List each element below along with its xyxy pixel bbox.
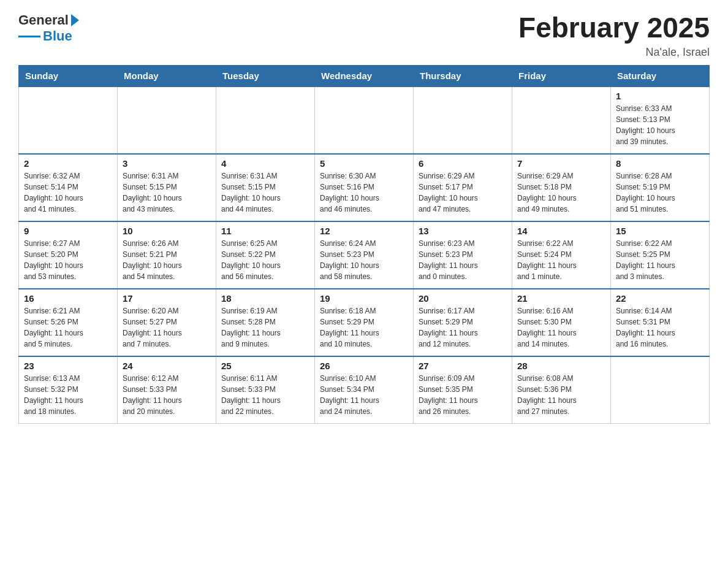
calendar-cell: 4Sunrise: 6:31 AMSunset: 5:15 PMDaylight… <box>216 154 315 221</box>
day-info: Sunrise: 6:16 AMSunset: 5:30 PMDaylight:… <box>517 305 605 350</box>
day-info: Sunrise: 6:25 AMSunset: 5:22 PMDaylight:… <box>221 238 309 282</box>
col-friday: Friday <box>512 65 611 86</box>
logo-underline <box>18 36 40 37</box>
day-number: 3 <box>123 158 211 169</box>
calendar-cell: 23Sunrise: 6:13 AMSunset: 5:32 PMDayligh… <box>19 356 118 424</box>
col-saturday: Saturday <box>611 65 710 86</box>
day-info: Sunrise: 6:19 AMSunset: 5:28 PMDaylight:… <box>221 305 309 350</box>
day-number: 7 <box>517 158 605 169</box>
calendar-cell: 24Sunrise: 6:12 AMSunset: 5:33 PMDayligh… <box>118 356 216 424</box>
day-info: Sunrise: 6:20 AMSunset: 5:27 PMDaylight:… <box>123 305 211 350</box>
calendar-cell: 17Sunrise: 6:20 AMSunset: 5:27 PMDayligh… <box>118 289 216 356</box>
calendar-title: February 2025 <box>518 12 710 44</box>
day-info: Sunrise: 6:30 AMSunset: 5:16 PMDaylight:… <box>320 170 408 215</box>
calendar-cell: 3Sunrise: 6:31 AMSunset: 5:15 PMDaylight… <box>118 154 216 221</box>
day-number: 12 <box>320 226 408 236</box>
title-area: February 2025 Na'ale, Israel <box>518 12 710 59</box>
day-info: Sunrise: 6:28 AMSunset: 5:19 PMDaylight:… <box>616 170 704 215</box>
day-info: Sunrise: 6:26 AMSunset: 5:21 PMDaylight:… <box>123 238 211 282</box>
logo-icon <box>70 14 79 26</box>
calendar-cell: 21Sunrise: 6:16 AMSunset: 5:30 PMDayligh… <box>512 289 611 356</box>
day-number: 19 <box>320 293 408 304</box>
calendar-cell <box>512 86 611 154</box>
logo-bottom-row: Blue <box>18 28 79 44</box>
day-info: Sunrise: 6:17 AMSunset: 5:29 PMDaylight:… <box>419 305 507 350</box>
day-number: 5 <box>320 158 408 169</box>
day-info: Sunrise: 6:23 AMSunset: 5:23 PMDaylight:… <box>419 238 507 282</box>
day-info: Sunrise: 6:09 AMSunset: 5:35 PMDaylight:… <box>419 373 507 417</box>
logo-triangle-icon <box>71 14 79 26</box>
calendar-cell: 20Sunrise: 6:17 AMSunset: 5:29 PMDayligh… <box>414 289 512 356</box>
calendar-cell <box>414 86 512 154</box>
calendar-cell: 10Sunrise: 6:26 AMSunset: 5:21 PMDayligh… <box>118 221 216 289</box>
day-number: 18 <box>221 293 309 304</box>
calendar-cell <box>19 86 118 154</box>
day-info: Sunrise: 6:33 AMSunset: 5:13 PMDaylight:… <box>616 103 704 147</box>
col-wednesday: Wednesday <box>315 65 414 86</box>
day-number: 11 <box>221 226 309 236</box>
calendar-cell <box>216 86 315 154</box>
day-number: 2 <box>24 158 112 169</box>
calendar-cell: 8Sunrise: 6:28 AMSunset: 5:19 PMDaylight… <box>611 154 710 221</box>
day-number: 23 <box>24 361 112 371</box>
day-number: 17 <box>123 293 211 304</box>
calendar-subtitle: Na'ale, Israel <box>518 46 710 59</box>
calendar-cell: 12Sunrise: 6:24 AMSunset: 5:23 PMDayligh… <box>315 221 414 289</box>
calendar-cell: 1Sunrise: 6:33 AMSunset: 5:13 PMDaylight… <box>611 86 710 154</box>
calendar-cell: 19Sunrise: 6:18 AMSunset: 5:29 PMDayligh… <box>315 289 414 356</box>
day-number: 4 <box>221 158 309 169</box>
day-number: 14 <box>517 226 605 236</box>
day-info: Sunrise: 6:22 AMSunset: 5:24 PMDaylight:… <box>517 238 605 282</box>
calendar-cell <box>118 86 216 154</box>
day-info: Sunrise: 6:08 AMSunset: 5:36 PMDaylight:… <box>517 373 605 417</box>
col-monday: Monday <box>118 65 216 86</box>
day-number: 10 <box>123 226 211 236</box>
day-info: Sunrise: 6:22 AMSunset: 5:25 PMDaylight:… <box>616 238 704 282</box>
col-thursday: Thursday <box>414 65 512 86</box>
calendar-cell: 2Sunrise: 6:32 AMSunset: 5:14 PMDaylight… <box>19 154 118 221</box>
day-info: Sunrise: 6:27 AMSunset: 5:20 PMDaylight:… <box>24 238 112 282</box>
day-info: Sunrise: 6:10 AMSunset: 5:34 PMDaylight:… <box>320 373 408 417</box>
calendar-week-2: 2Sunrise: 6:32 AMSunset: 5:14 PMDaylight… <box>19 154 710 221</box>
calendar-cell <box>315 86 414 154</box>
calendar-cell: 9Sunrise: 6:27 AMSunset: 5:20 PMDaylight… <box>19 221 118 289</box>
day-number: 22 <box>616 293 704 304</box>
calendar-cell: 14Sunrise: 6:22 AMSunset: 5:24 PMDayligh… <box>512 221 611 289</box>
calendar-cell: 28Sunrise: 6:08 AMSunset: 5:36 PMDayligh… <box>512 356 611 424</box>
day-info: Sunrise: 6:21 AMSunset: 5:26 PMDaylight:… <box>24 305 112 350</box>
day-number: 6 <box>419 158 507 169</box>
day-number: 8 <box>616 158 704 169</box>
calendar-table: Sunday Monday Tuesday Wednesday Thursday… <box>18 65 710 424</box>
day-info: Sunrise: 6:32 AMSunset: 5:14 PMDaylight:… <box>24 170 112 215</box>
calendar-week-3: 9Sunrise: 6:27 AMSunset: 5:20 PMDaylight… <box>19 221 710 289</box>
day-info: Sunrise: 6:12 AMSunset: 5:33 PMDaylight:… <box>123 373 211 417</box>
calendar-cell: 18Sunrise: 6:19 AMSunset: 5:28 PMDayligh… <box>216 289 315 356</box>
calendar-cell: 7Sunrise: 6:29 AMSunset: 5:18 PMDaylight… <box>512 154 611 221</box>
calendar-cell: 5Sunrise: 6:30 AMSunset: 5:16 PMDaylight… <box>315 154 414 221</box>
calendar-week-4: 16Sunrise: 6:21 AMSunset: 5:26 PMDayligh… <box>19 289 710 356</box>
day-number: 16 <box>24 293 112 304</box>
logo-general-text: General <box>18 12 69 28</box>
day-number: 26 <box>320 361 408 371</box>
day-info: Sunrise: 6:14 AMSunset: 5:31 PMDaylight:… <box>616 305 704 350</box>
calendar-cell: 13Sunrise: 6:23 AMSunset: 5:23 PMDayligh… <box>414 221 512 289</box>
day-number: 9 <box>24 226 112 236</box>
calendar-cell: 22Sunrise: 6:14 AMSunset: 5:31 PMDayligh… <box>611 289 710 356</box>
day-info: Sunrise: 6:29 AMSunset: 5:17 PMDaylight:… <box>419 170 507 215</box>
day-number: 20 <box>419 293 507 304</box>
logo-blue-text: Blue <box>43 28 72 44</box>
calendar-cell: 11Sunrise: 6:25 AMSunset: 5:22 PMDayligh… <box>216 221 315 289</box>
calendar-cell: 16Sunrise: 6:21 AMSunset: 5:26 PMDayligh… <box>19 289 118 356</box>
calendar-cell: 6Sunrise: 6:29 AMSunset: 5:17 PMDaylight… <box>414 154 512 221</box>
calendar-cell: 15Sunrise: 6:22 AMSunset: 5:25 PMDayligh… <box>611 221 710 289</box>
day-number: 13 <box>419 226 507 236</box>
calendar-week-1: 1Sunrise: 6:33 AMSunset: 5:13 PMDaylight… <box>19 86 710 154</box>
col-sunday: Sunday <box>19 65 118 86</box>
day-number: 25 <box>221 361 309 371</box>
calendar-cell: 25Sunrise: 6:11 AMSunset: 5:33 PMDayligh… <box>216 356 315 424</box>
day-number: 21 <box>517 293 605 304</box>
logo: General Blue <box>18 12 79 44</box>
page-header: General Blue February 2025 Na'ale, Israe… <box>18 12 710 59</box>
day-info: Sunrise: 6:13 AMSunset: 5:32 PMDaylight:… <box>24 373 112 417</box>
day-info: Sunrise: 6:11 AMSunset: 5:33 PMDaylight:… <box>221 373 309 417</box>
